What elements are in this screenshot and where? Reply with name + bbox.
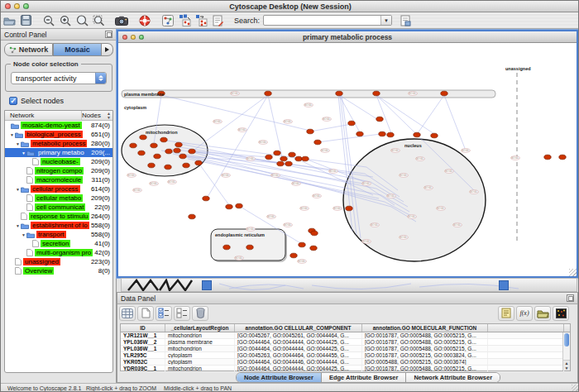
disclosure-triangle-icon[interactable]: ▼ [9,132,15,137]
snapshot-button[interactable] [113,13,130,28]
tree-row[interactable]: macromolecule311(0) [5,175,112,184]
graph-node[interactable] [130,143,136,148]
network-overview-button[interactable] [160,13,176,28]
session-details-button[interactable] [397,13,414,28]
tab-network-attribute-browser[interactable]: Network Attribute Browser [406,373,500,382]
graph-node[interactable] [138,151,145,155]
graph-node[interactable] [376,117,383,122]
scrollbar-thumb[interactable] [564,333,569,347]
disclosure-triangle-icon[interactable]: ▼ [21,151,26,155]
table-row[interactable]: YKR052Ccytoplasm[GO:0044464, GO:0044446,… [121,359,570,366]
zoom-selected-button[interactable] [90,13,107,28]
tree-row[interactable]: cellular metabo209(0) [5,194,112,203]
disclosure-triangle-icon[interactable]: ▼ [15,223,21,228]
column-header[interactable] [488,324,564,332]
graph-node[interactable] [280,156,287,161]
graph-node[interactable] [148,163,155,168]
table-row[interactable]: YPL036W__2plasma membrane[GO:0044464, GO… [121,339,570,346]
graph-node[interactable] [290,253,297,258]
graph-node[interactable] [295,156,302,161]
layout-copy-button[interactable] [176,13,193,28]
search-input[interactable] [264,16,380,25]
tree-row[interactable]: ▼biological_process651(0) [5,130,112,139]
checkbox-checked-icon[interactable]: ✓ [9,97,17,105]
save-session-button[interactable] [17,13,34,28]
table-row[interactable]: YPL036W__1mitochondrion[GO:0044464, GO:0… [121,346,570,352]
tree-row[interactable]: secretion41(0) [5,239,112,248]
attribute-table[interactable]: ID_cellularLayoutRegionannotation.GO CEL… [120,323,571,371]
graph-node[interactable] [314,140,321,145]
function-builder-button[interactable]: f(x) [516,306,533,321]
resize-grip-icon[interactable] [572,385,579,392]
tree-row[interactable]: nitrogen compo209(0) [5,166,112,175]
tree-row[interactable]: ▼metabolic process280(0) [5,139,112,148]
graph-node[interactable] [223,245,230,250]
graph-node[interactable] [336,91,342,96]
tree-row[interactable]: unassigned223(0) [5,257,112,266]
graph-node[interactable] [387,132,394,137]
tab-node-attribute-browser[interactable]: Node Attribute Browser [237,373,322,382]
tree-row[interactable]: multi-organism pro42(0) [5,248,112,257]
graph-node[interactable] [226,204,232,209]
table-row[interactable]: YDR039C__1mitochondrion[GO:0044464, GO:0… [121,366,570,372]
graph-node[interactable] [236,203,242,208]
network-graph[interactable]: GO:00..GO:00..GO:00..GO:00..GO:00..GO:00… [118,43,577,276]
graph-node[interactable] [307,129,313,134]
graph-node[interactable] [431,133,438,138]
graph-node[interactable] [310,246,317,251]
help-button[interactable] [136,13,153,28]
graph-node[interactable] [302,156,309,161]
graph-node[interactable] [373,91,380,96]
label-notes-button[interactable] [498,306,514,321]
table-header-row[interactable]: ID_cellularLayoutRegionannotation.GO CEL… [121,324,570,332]
tree-row[interactable]: ▼primary metabo209(... [5,148,112,157]
disclosure-triangle-icon[interactable]: ▼ [15,187,21,192]
tree-row[interactable]: Overview8(0) [5,266,112,275]
search-combobox[interactable]: ▼ [263,15,392,26]
annotation-button[interactable] [209,13,226,28]
graph-node[interactable] [348,121,355,126]
graph-node[interactable] [174,148,180,153]
graph-node[interactable] [189,214,195,219]
table-row[interactable]: YLR295Ccytoplasm[GO:0045263, GO:0044464,… [121,352,570,359]
background-window-strip[interactable] [121,278,577,292]
graph-node[interactable] [379,131,385,136]
tree-row[interactable]: ▼transport558(0) [5,230,112,239]
graph-node[interactable] [266,155,272,160]
node-color-dropdown[interactable]: transporter activity [11,72,107,84]
resize-grip-icon[interactable] [569,269,577,276]
graph-node[interactable] [289,152,295,157]
graph-node[interactable] [175,142,182,147]
disclosure-triangle-icon[interactable]: ▼ [21,232,26,237]
tab-overflow-button[interactable] [102,43,113,56]
tree-header[interactable]: Network Nodes ▲▼ [5,111,112,121]
scroll-arrows-icon[interactable]: ▲▼ [107,112,111,120]
select-attributes-button[interactable] [156,306,172,321]
graph-node[interactable] [189,149,195,154]
graph-node[interactable] [165,165,171,170]
graph-node[interactable] [160,137,167,142]
column-header[interactable]: annotation.GO CELLULAR_COMPONENT [235,324,362,332]
float-panel-icon[interactable] [567,294,574,302]
new-attribute-button[interactable] [137,306,154,321]
graph-node[interactable] [311,231,318,236]
tree-row[interactable]: nucleobase-209(0) [5,157,112,166]
graph-node[interactable] [277,161,284,166]
graph-node[interactable] [414,132,420,137]
select-nodes-option[interactable]: ✓ Select nodes [9,97,64,105]
tab-network[interactable]: Network [4,43,53,56]
column-header[interactable]: ID [121,324,165,332]
graph-node[interactable] [559,155,566,160]
graph-node[interactable] [544,155,551,160]
zoom-out-button[interactable] [41,13,57,28]
graph-node[interactable] [441,91,447,96]
graph-node[interactable] [356,131,363,136]
tree-row[interactable]: ▼cellular process614(0) [5,184,112,194]
table-scrollbar[interactable]: ▲▼ [562,332,570,370]
graph-node[interactable] [195,160,202,165]
search-dropdown-button[interactable]: ▼ [380,16,391,25]
unselect-attributes-button[interactable] [174,306,190,321]
attribute-matrix-button[interactable] [119,306,136,321]
tree-row[interactable]: mosaic-demo-yeast874(0) [5,121,112,130]
graph-node[interactable] [246,245,253,250]
